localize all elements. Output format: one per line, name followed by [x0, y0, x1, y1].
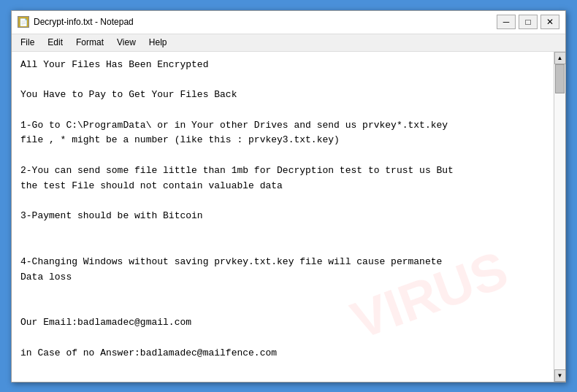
- text-line-14: 4-Changing Windows without saving prvkey…: [20, 255, 545, 270]
- scrollbar[interactable]: ▲ ▼: [554, 52, 565, 382]
- scroll-thumb[interactable]: [555, 64, 565, 93]
- text-line-4: [20, 103, 545, 118]
- text-line-11: 3-Payment should be with Bitcoin: [20, 209, 545, 224]
- text-line-15: Data loss: [20, 270, 545, 285]
- menu-file[interactable]: File: [15, 36, 40, 49]
- text-line-7: [20, 148, 545, 164]
- text-editor[interactable]: VIRUS All Your Files Has Been Encrypted …: [12, 52, 554, 382]
- menu-format[interactable]: Format: [70, 36, 110, 49]
- text-line-16: [20, 285, 545, 300]
- text-line-9: the test File should not contain valuabl…: [20, 179, 545, 194]
- text-line-18: Our Email:badlamadec@gmail.com: [20, 315, 545, 331]
- close-button[interactable]: ✕: [540, 15, 559, 29]
- text-line-12: [20, 224, 545, 239]
- text-line-6: file , * might be a number (like this : …: [20, 133, 545, 148]
- text-line-3: You Have to Pay to Get Your Files Back: [20, 88, 545, 103]
- text-line-2: [20, 72, 545, 88]
- text-line-1: All Your Files Has Been Encrypted: [20, 58, 545, 73]
- menu-view[interactable]: View: [111, 36, 142, 49]
- maximize-button[interactable]: □: [519, 15, 538, 29]
- title-bar: 📄 Decrypt-info.txt - Notepad ─ □ ✕: [12, 11, 565, 34]
- text-line-8: 2-You can send some file little than 1mb…: [20, 164, 545, 179]
- menu-help[interactable]: Help: [143, 36, 173, 49]
- text-line-19: [20, 331, 545, 346]
- title-bar-left: 📄 Decrypt-info.txt - Notepad: [18, 16, 134, 28]
- window-controls: ─ □ ✕: [497, 15, 559, 29]
- text-line-17: [20, 300, 545, 315]
- window-title: Decrypt-info.txt - Notepad: [34, 17, 134, 27]
- text-line-10: [20, 194, 545, 210]
- app-icon: 📄: [18, 16, 29, 28]
- notepad-window: 📄 Decrypt-info.txt - Notepad ─ □ ✕ File …: [11, 10, 566, 383]
- scroll-track[interactable]: [554, 64, 565, 369]
- text-line-20: in Case of no Answer:badlamadec@mailfenc…: [20, 346, 545, 361]
- scroll-down-button[interactable]: ▼: [554, 369, 566, 382]
- scroll-up-button[interactable]: ▲: [554, 52, 566, 64]
- menu-bar: File Edit Format View Help: [12, 34, 565, 52]
- text-line-5: 1-Go to C:\ProgramData\ or in Your other…: [20, 118, 545, 134]
- text-line-13: [20, 239, 545, 255]
- minimize-button[interactable]: ─: [497, 15, 516, 29]
- content-area: VIRUS All Your Files Has Been Encrypted …: [12, 52, 565, 382]
- menu-edit[interactable]: Edit: [42, 36, 69, 49]
